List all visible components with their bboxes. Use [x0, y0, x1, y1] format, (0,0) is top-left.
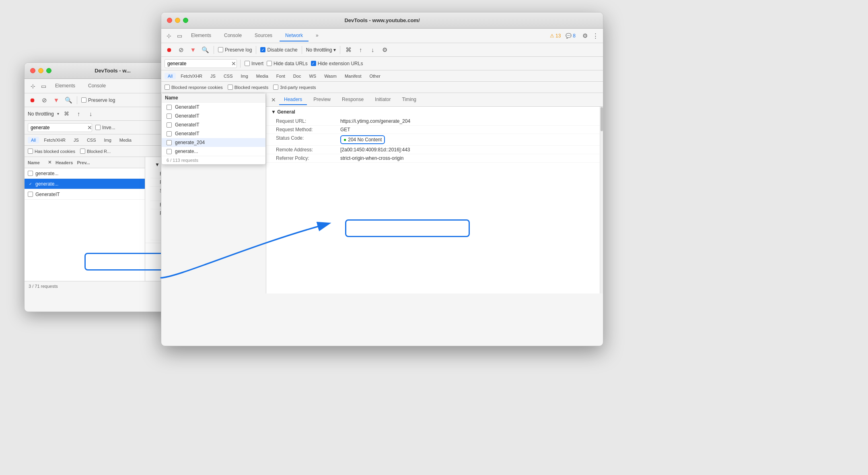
headers-tab-headers[interactable]: Headers: [279, 95, 307, 105]
tab-network-front[interactable]: Network: [280, 30, 309, 41]
filter-other-front[interactable]: Other: [366, 73, 384, 79]
headers-tab-preview[interactable]: Preview: [309, 95, 335, 105]
scrollbar-track-front[interactable]: [600, 107, 603, 293]
filter-icon-front[interactable]: ▼: [189, 45, 197, 54]
filter-font-front[interactable]: Font: [273, 73, 288, 79]
filter-js-front[interactable]: JS: [207, 73, 219, 79]
minimize-button-front[interactable]: [175, 18, 180, 23]
preserve-log-checkbox-front[interactable]: [218, 47, 223, 52]
preserve-log-checkbox-back[interactable]: [81, 97, 86, 103]
headers-tab-timing[interactable]: Timing: [397, 95, 421, 105]
filter-all-front[interactable]: All: [165, 73, 176, 79]
autocomplete-item-3[interactable]: GenerateIT: [162, 120, 265, 129]
close-button-back[interactable]: [30, 68, 35, 73]
clear-filter-back[interactable]: ✕: [87, 124, 92, 131]
clear-icon-back[interactable]: ⊘: [40, 96, 49, 105]
autocomplete-item-1[interactable]: GenerateIT: [162, 103, 265, 112]
headers-tab-response[interactable]: Response: [337, 95, 368, 105]
blocked-requests-label-back[interactable]: Blocked R...: [80, 149, 111, 154]
request-checkbox-back-2[interactable]: ✓: [28, 181, 33, 186]
request-item-back-2[interactable]: ✓ generate...: [25, 179, 145, 189]
record-icon-back[interactable]: ⏺: [28, 96, 37, 105]
wifi-icon-back[interactable]: ⌘: [62, 109, 71, 118]
filter-input-back[interactable]: [28, 123, 92, 132]
tab-sources-front[interactable]: Sources: [249, 30, 278, 41]
filter-doc-front[interactable]: Doc: [290, 73, 304, 79]
filter-media-front[interactable]: Media: [253, 73, 272, 79]
upload-icon-back[interactable]: ↑: [74, 109, 83, 118]
request-item-back-1[interactable]: generate...: [25, 168, 145, 179]
clear-icon-front[interactable]: ⊘: [177, 45, 185, 54]
filter-img-front[interactable]: Img: [238, 73, 251, 79]
request-item-back-3[interactable]: GenerateIT: [25, 189, 145, 200]
filter-css-front[interactable]: CSS: [220, 73, 236, 79]
wifi-icon-front[interactable]: ⌘: [344, 45, 353, 54]
invert-label-back[interactable]: Inve...: [95, 125, 115, 130]
tab-console-back[interactable]: Console: [82, 81, 111, 92]
search-icon-front[interactable]: 🔍: [201, 45, 210, 54]
invert-checkbox-front[interactable]: [245, 61, 250, 66]
preserve-log-label-front[interactable]: Preserve log: [218, 47, 252, 53]
hide-data-urls-label-front[interactable]: Hide data URLs: [267, 61, 308, 66]
blocked-resp-checkbox-front[interactable]: [165, 85, 170, 90]
filter-fetch-front[interactable]: Fetch/XHR: [177, 73, 206, 79]
filter-input-front[interactable]: [165, 59, 237, 68]
search-icon-back[interactable]: 🔍: [64, 96, 73, 105]
request-checkbox-back-1[interactable]: [28, 171, 33, 176]
invert-checkbox-back[interactable]: [95, 125, 101, 130]
blocked-resp-label-front[interactable]: Blocked response cookies: [165, 85, 223, 90]
disable-cache-checkbox-front[interactable]: ✓: [260, 47, 265, 52]
ac-checkbox-5[interactable]: [167, 140, 172, 145]
filter-all-back[interactable]: All: [28, 137, 39, 143]
maximize-button-back[interactable]: [46, 68, 51, 73]
maximize-button-front[interactable]: [183, 18, 188, 23]
invert-label-front[interactable]: Invert: [245, 61, 263, 66]
blocked-requests-checkbox-back[interactable]: [80, 149, 85, 154]
settings-icon-front[interactable]: ⚙: [580, 31, 589, 40]
hide-data-urls-checkbox-front[interactable]: [267, 61, 272, 66]
ac-checkbox-6[interactable]: [167, 149, 172, 154]
clear-filter-front[interactable]: ✕: [231, 60, 236, 67]
has-blocked-checkbox-back[interactable]: [28, 149, 33, 154]
tab-elements-back[interactable]: Elements: [49, 81, 81, 92]
record-icon-front[interactable]: ⏺: [165, 45, 173, 54]
ac-checkbox-2[interactable]: [167, 114, 172, 119]
tab-console-front[interactable]: Console: [218, 30, 247, 41]
ac-checkbox-3[interactable]: [167, 122, 172, 128]
download-icon-back[interactable]: ↓: [86, 109, 95, 118]
tab-elements-front[interactable]: Elements: [185, 30, 217, 41]
headers-tab-initiator[interactable]: Initiator: [370, 95, 395, 105]
filter-wasm-front[interactable]: Wasm: [321, 73, 340, 79]
throttling-chevron-back[interactable]: ▾: [57, 112, 59, 116]
close-panel-button[interactable]: ✕: [269, 96, 278, 104]
autocomplete-item-6[interactable]: generate...: [162, 147, 265, 156]
preserve-log-label-back[interactable]: Preserve log: [81, 97, 115, 103]
filter-ws-front[interactable]: WS: [306, 73, 319, 79]
upload-icon-front[interactable]: ↑: [356, 45, 365, 54]
device-tool-front[interactable]: ▭: [175, 31, 184, 40]
filter-js-back[interactable]: JS: [70, 137, 82, 143]
request-checkbox-back-3[interactable]: [28, 192, 33, 197]
throttling-select-front[interactable]: No throttling ▾: [306, 47, 336, 53]
download-icon-front[interactable]: ↓: [368, 45, 377, 54]
settings-net-icon-front[interactable]: ⚙: [381, 45, 389, 54]
blocked-req-label-front[interactable]: Blocked requests: [228, 85, 268, 90]
disable-cache-label-front[interactable]: ✓ Disable cache: [260, 47, 297, 53]
warning-badge-front[interactable]: ⚠ 13: [550, 33, 561, 39]
filter-fetch-back[interactable]: Fetch/XHR: [41, 137, 69, 143]
minimize-button-back[interactable]: [38, 68, 43, 73]
filter-icon-back[interactable]: ▼: [52, 96, 61, 105]
more-icon-front[interactable]: ⋮: [591, 31, 600, 40]
filter-media-back[interactable]: Media: [116, 137, 135, 143]
has-blocked-label-back[interactable]: Has blocked cookies: [28, 149, 75, 154]
ac-checkbox-4[interactable]: [167, 131, 172, 136]
close-button-front[interactable]: [167, 18, 172, 23]
device-tool-back[interactable]: ▭: [39, 82, 48, 91]
hide-ext-urls-label-front[interactable]: ✓ Hide extension URLs: [311, 61, 363, 66]
third-party-label-front[interactable]: 3rd-party requests: [273, 85, 316, 90]
info-badge-front[interactable]: 💬 8: [566, 33, 576, 39]
scrollbar-thumb-front[interactable]: [601, 107, 603, 131]
cursor-tool-back[interactable]: ⊹: [29, 82, 37, 91]
blocked-req-checkbox-front[interactable]: [228, 85, 233, 90]
autocomplete-item-2[interactable]: GenerateIT: [162, 112, 265, 120]
